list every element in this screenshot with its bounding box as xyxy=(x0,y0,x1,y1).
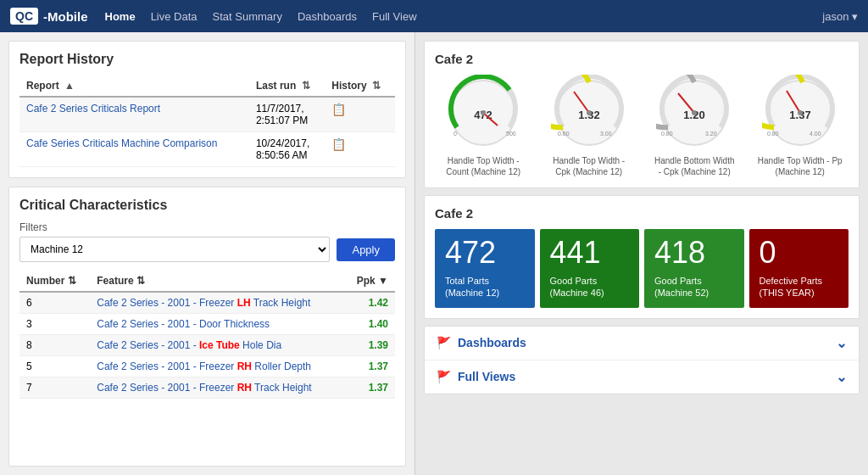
dashboards-flag-icon: 🚩 xyxy=(437,336,451,349)
user-menu[interactable]: jason ▾ xyxy=(822,10,858,23)
gauge-svg-4: 1.37 0.80 4.00 xyxy=(762,75,838,151)
gauge-3: 1.20 0.80 3.20 Handle Bottom Width - Cpk… xyxy=(652,75,737,177)
navbar: QC -Mobile Home Live Data Stat Summary D… xyxy=(0,0,868,32)
cafe-stats-card: Cafe 2 472 Total Parts(Machine 12) 441 G… xyxy=(424,195,860,319)
history-icon-1[interactable]: 📋 xyxy=(331,103,346,116)
col-lastrun: Last run ⇅ xyxy=(249,75,325,97)
col-ppk: Ppk ▼ xyxy=(345,271,395,292)
svg-point-15 xyxy=(692,110,697,115)
filter-row: Machine 12 Machine 46 Machine 52 Apply xyxy=(19,237,395,262)
sort-feature-icon: ⇅ xyxy=(136,275,145,287)
dashboards-link-row[interactable]: 🚩 Dashboards ⌄ xyxy=(425,327,859,360)
critical-title: Critical Characteristics xyxy=(19,198,395,213)
col-report: Report ▲ xyxy=(19,75,249,97)
history-icon-2[interactable]: 📋 xyxy=(331,137,346,151)
report-table: Report ▲ Last run ⇅ History ⇅ Cafe 2 Ser… xyxy=(19,75,395,167)
lastrun-1: 11/7/2017,2:51:07 PM xyxy=(249,97,325,132)
gauge-svg-3: 1.20 0.80 3.20 xyxy=(656,75,732,151)
stat-good-52-label: Good Parts(Machine 52) xyxy=(654,275,734,299)
table-row: 7 Cafe 2 Series - 2001 - Freezer RH Trac… xyxy=(19,377,395,399)
svg-text:0.80: 0.80 xyxy=(661,131,673,137)
report-link-1[interactable]: Cafe 2 Series Criticals Report xyxy=(26,103,160,115)
nav-stat-summary[interactable]: Stat Summary xyxy=(213,10,282,23)
cafe-stats-title: Cafe 2 xyxy=(435,206,849,221)
char-feature-link[interactable]: Cafe 2 Series - 2001 - Freezer RH Track … xyxy=(97,382,311,394)
report-link-2[interactable]: Cafe Series Criticals Machine Comparison xyxy=(26,137,217,149)
col-history: History ⇅ xyxy=(325,75,395,97)
char-number: 6 xyxy=(19,292,90,314)
gauge-4: 1.37 0.80 4.00 Handle Top Width - Pp (Ma… xyxy=(758,75,843,177)
nav-links: Home Live Data Stat Summary Dashboards F… xyxy=(105,10,823,23)
gauge-svg-1: 472 0 500 xyxy=(445,75,521,151)
dashboards-chevron-icon: ⌄ xyxy=(836,335,847,351)
gauge-1: 472 0 500 Handle Top Width - Count (Mach… xyxy=(441,75,526,177)
nav-live-data[interactable]: Live Data xyxy=(151,10,198,23)
svg-point-21 xyxy=(798,110,803,115)
stat-good-parts-46: 441 Good Parts(Machine 46) xyxy=(540,229,640,308)
critical-characteristics-card: Critical Characteristics Filters Machine… xyxy=(8,187,406,467)
table-row: Cafe 2 Series Criticals Report 11/7/2017… xyxy=(19,97,395,132)
apply-button[interactable]: Apply xyxy=(337,238,395,261)
fullviews-link-text: Full Views xyxy=(458,370,836,383)
ppk-value: 1.42 xyxy=(345,292,395,314)
gauge-2: 1.32 0.60 3.00 Handle Top Width - Cpk (M… xyxy=(547,75,632,177)
filters-label: Filters xyxy=(19,221,395,233)
svg-text:4.00: 4.00 xyxy=(810,131,821,137)
svg-point-9 xyxy=(587,110,592,115)
char-feature-link[interactable]: Cafe 2 Series - 2001 - Ice Tube Hole Dia xyxy=(97,339,281,351)
char-number: 8 xyxy=(19,335,90,356)
brand-logo: QC xyxy=(10,8,38,25)
fullviews-chevron-icon: ⌄ xyxy=(836,369,847,385)
main-content: Report History Report ▲ Last run ⇅ Histo… xyxy=(0,32,868,475)
ppk-value: 1.40 xyxy=(345,314,395,335)
svg-text:0.80: 0.80 xyxy=(767,131,779,137)
table-row: Cafe Series Criticals Machine Comparison… xyxy=(19,132,395,167)
stat-total-label: Total Parts(Machine 12) xyxy=(445,275,525,299)
brand-mobile: -Mobile xyxy=(43,9,88,24)
char-number: 7 xyxy=(19,377,90,399)
machine-filter-select[interactable]: Machine 12 Machine 46 Machine 52 xyxy=(19,237,330,262)
brand: QC -Mobile xyxy=(10,8,88,25)
char-number: 3 xyxy=(19,314,90,335)
ppk-value: 1.39 xyxy=(345,335,395,356)
report-history-card: Report History Report ▲ Last run ⇅ Histo… xyxy=(8,41,406,178)
char-table: Number ⇅ Feature ⇅ Ppk ▼ 6 Cafe 2 Series… xyxy=(19,271,395,399)
right-panel: Cafe 2 472 0 500 Handle Top Width - Coun… xyxy=(415,32,868,475)
svg-text:0: 0 xyxy=(453,131,457,137)
gauge-1-label: Handle Top Width - Count (Machine 12) xyxy=(441,155,526,177)
report-history-title: Report History xyxy=(19,52,395,67)
svg-text:0.60: 0.60 xyxy=(558,131,570,137)
sort-lastrun-icon: ⇅ xyxy=(302,80,310,92)
gauge-3-label: Handle Bottom Width - Cpk (Machine 12) xyxy=(652,155,737,177)
nav-home[interactable]: Home xyxy=(105,10,136,23)
stat-total-value: 472 xyxy=(445,238,525,268)
col-number: Number ⇅ xyxy=(19,271,90,292)
cafe-gauges-card: Cafe 2 472 0 500 Handle Top Width - Coun… xyxy=(424,41,860,188)
char-table-container: Number ⇅ Feature ⇅ Ppk ▼ 6 Cafe 2 Series… xyxy=(19,271,395,455)
sort-number-icon: ⇅ xyxy=(68,275,76,287)
stat-good-46-value: 441 xyxy=(550,238,630,268)
stat-defective-parts: 0 Defective Parts(THIS YEAR) xyxy=(749,229,849,308)
dashboards-link-text: Dashboards xyxy=(458,336,836,349)
nav-dashboards[interactable]: Dashboards xyxy=(298,10,357,23)
fullviews-link-row[interactable]: 🚩 Full Views ⌄ xyxy=(425,360,859,394)
char-number: 5 xyxy=(19,356,90,377)
table-row: 6 Cafe 2 Series - 2001 - Freezer LH Trac… xyxy=(19,292,395,314)
svg-point-3 xyxy=(481,110,486,115)
gauge-4-label: Handle Top Width - Pp (Machine 12) xyxy=(758,155,843,177)
table-row: 5 Cafe 2 Series - 2001 - Freezer RH Roll… xyxy=(19,356,395,377)
lastrun-2: 10/24/2017,8:50:56 AM xyxy=(249,132,325,167)
nav-full-view[interactable]: Full View xyxy=(372,10,417,23)
gauge-svg-2: 1.32 0.60 3.00 xyxy=(551,75,627,151)
ppk-value: 1.37 xyxy=(345,377,395,399)
ppk-value: 1.37 xyxy=(345,356,395,377)
sort-history-icon: ⇅ xyxy=(372,80,381,92)
sort-report-icon: ▲ xyxy=(64,80,75,92)
char-feature-link[interactable]: Cafe 2 Series - 2001 - Freezer LH Track … xyxy=(97,297,310,309)
col-feature: Feature ⇅ xyxy=(90,271,344,292)
table-row: 8 Cafe 2 Series - 2001 - Ice Tube Hole D… xyxy=(19,335,395,356)
char-feature-link[interactable]: Cafe 2 Series - 2001 - Freezer RH Roller… xyxy=(97,360,311,372)
svg-text:500: 500 xyxy=(506,131,516,137)
char-feature-link[interactable]: Cafe 2 Series - 2001 - Door Thickness xyxy=(97,318,270,330)
stat-defective-value: 0 xyxy=(760,238,839,268)
